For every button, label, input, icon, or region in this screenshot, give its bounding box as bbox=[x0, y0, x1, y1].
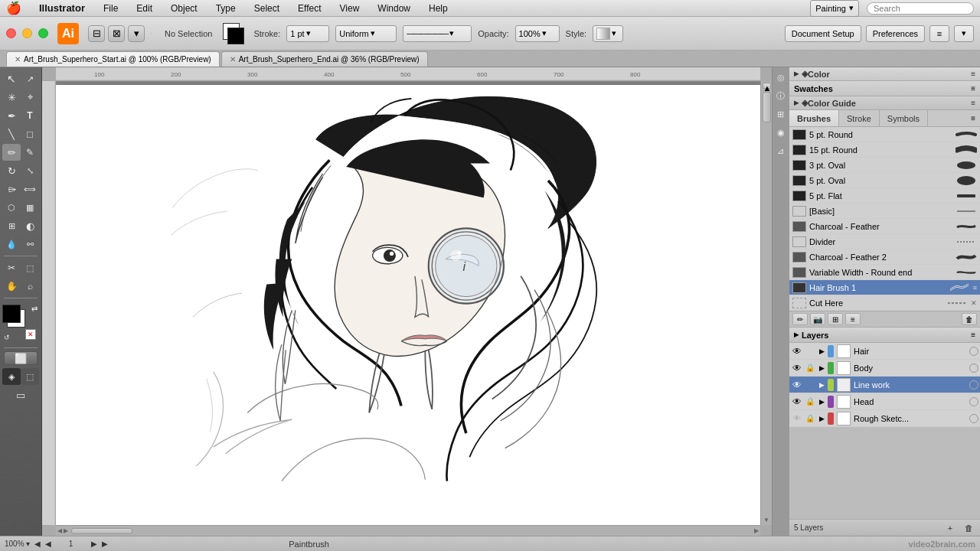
brush-delete-btn[interactable]: 🗑 bbox=[962, 313, 977, 325]
horizontal-scrollbar[interactable]: ◀ ▶ ▶ bbox=[56, 525, 760, 536]
layer-expand-4[interactable]: ▶ bbox=[817, 412, 826, 425]
layer-lock-0[interactable] bbox=[805, 345, 815, 357]
menu-type[interactable]: Type bbox=[212, 2, 240, 15]
layer-expand-2[interactable]: ▶ bbox=[817, 379, 826, 391]
panel-color-btn[interactable]: ◉ bbox=[774, 126, 788, 139]
layer-item-1[interactable]: 👁 🔒 ▶ Body bbox=[789, 360, 980, 377]
view-options-btn[interactable]: ≡ bbox=[929, 25, 949, 42]
apple-menu[interactable]: 🍎 bbox=[6, 1, 21, 15]
eyedrop-tool[interactable]: 💧 bbox=[2, 236, 21, 253]
window-maximize[interactable] bbox=[38, 28, 48, 38]
tab-0[interactable]: ✕ Art_Brush_Superhero_Start.ai @ 100% (R… bbox=[6, 51, 220, 67]
panel-menu-icon[interactable]: ≡ bbox=[971, 70, 975, 78]
delete-layer-btn[interactable]: 🗑 bbox=[962, 522, 975, 534]
opacity-select[interactable]: 100% ▾ bbox=[515, 25, 560, 42]
menu-help[interactable]: Help bbox=[425, 2, 452, 15]
vscroll-handle[interactable] bbox=[763, 92, 771, 122]
add-layer-btn[interactable]: + bbox=[943, 522, 957, 534]
artboard[interactable]: i bbox=[56, 85, 760, 525]
layer-vis-2[interactable]: 👁 bbox=[791, 379, 803, 391]
layer-vis-0[interactable]: 👁 bbox=[791, 345, 803, 357]
brush-item-7[interactable]: Divider bbox=[789, 234, 980, 249]
layer-expand-0[interactable]: ▶ bbox=[817, 345, 826, 357]
brush-grid-btn[interactable]: ⊞ bbox=[828, 313, 843, 325]
select-tool[interactable]: ↖ bbox=[2, 70, 21, 87]
layer-lock-2[interactable] bbox=[805, 379, 815, 391]
symbols-tab[interactable]: Symbols bbox=[880, 110, 928, 126]
layer-circle-2[interactable] bbox=[969, 380, 978, 390]
nav-playback-next[interactable]: ▶ bbox=[91, 540, 97, 548]
panel-info-btn[interactable]: ⓘ bbox=[774, 89, 788, 103]
hscroll-playback[interactable]: ▶ bbox=[64, 527, 68, 534]
layer-vis-3[interactable]: 👁 bbox=[791, 396, 803, 408]
brush-select[interactable]: —————— ▾ bbox=[403, 25, 472, 42]
stroke-type-select[interactable]: Uniform ▾ bbox=[335, 25, 397, 42]
color-section-header[interactable]: ▶ ◈ Color ≡ bbox=[789, 67, 980, 81]
swatches-menu[interactable]: ≡ bbox=[971, 84, 975, 93]
tab-0-close[interactable]: ✕ bbox=[15, 55, 21, 64]
zoom-control[interactable]: 100% ▾ bbox=[5, 540, 30, 548]
width-tool[interactable]: ⟺ bbox=[21, 181, 39, 197]
hand-tool[interactable]: ✋ bbox=[2, 278, 21, 295]
menu-select[interactable]: Select bbox=[250, 2, 283, 15]
brushes-tab[interactable]: Brushes bbox=[789, 110, 839, 126]
brush-item-6[interactable]: Charcoal - Feather bbox=[789, 219, 980, 234]
gradient-mesh-tool[interactable]: ⊞ bbox=[2, 217, 21, 234]
free-dist-tool[interactable]: ⬡ bbox=[2, 199, 21, 216]
color-guide-header[interactable]: ▶ ◈ Color Guide ≡ bbox=[789, 96, 980, 110]
layer-item-0[interactable]: 👁 ▶ Hair bbox=[789, 343, 980, 360]
artboard-num[interactable]: 1 bbox=[56, 540, 87, 548]
app-view-btn[interactable]: ⊟ bbox=[88, 25, 105, 42]
scissors-tool[interactable]: ✂ bbox=[2, 259, 21, 276]
brush-item-1[interactable]: 15 pt. Round bbox=[789, 142, 980, 158]
brush-delete[interactable]: ✕ bbox=[971, 299, 977, 307]
document-setup-btn[interactable]: Document Setup bbox=[785, 25, 861, 42]
blend-tool[interactable]: ⚯ bbox=[21, 236, 39, 253]
brush-item-0[interactable]: 5 pt. Round bbox=[789, 127, 980, 142]
layer-expand-1[interactable]: ▶ bbox=[817, 362, 826, 374]
layer-item-3[interactable]: 👁 🔒 ▶ Head bbox=[789, 393, 980, 410]
brush-item-9[interactable]: Variable Width - Round end bbox=[789, 265, 980, 280]
menu-file[interactable]: File bbox=[100, 2, 122, 15]
preferences-btn[interactable]: Preferences bbox=[866, 25, 925, 42]
stroke-tab[interactable]: Stroke bbox=[839, 110, 880, 126]
nav-prev[interactable]: ◀ bbox=[34, 540, 41, 548]
magic-wand-tool[interactable]: ✳ bbox=[2, 89, 21, 106]
layer-expand-3[interactable]: ▶ bbox=[817, 396, 826, 408]
artboard-tool[interactable]: ⬚ bbox=[21, 259, 39, 276]
menu-view[interactable]: View bbox=[336, 2, 364, 15]
draw-inside-btn[interactable]: ⬚ bbox=[21, 368, 39, 385]
zoom-tool[interactable]: ⌕ bbox=[21, 278, 39, 295]
layer-vis-1[interactable]: 👁 bbox=[791, 362, 803, 374]
layer-lock-3[interactable]: 🔒 bbox=[805, 396, 815, 408]
vertical-scrollbar[interactable]: ▲ ▼ bbox=[760, 81, 772, 525]
search-input[interactable] bbox=[867, 2, 974, 15]
layer-circle-0[interactable] bbox=[969, 347, 978, 356]
tab-1-close[interactable]: ✕ bbox=[230, 55, 236, 64]
menu-object[interactable]: Object bbox=[167, 2, 201, 15]
paintbrush-tool[interactable]: ✏ bbox=[2, 144, 21, 161]
menu-edit[interactable]: Edit bbox=[132, 2, 156, 15]
line-tool[interactable]: ╲ bbox=[2, 126, 21, 142]
reset-colors[interactable]: ↺ bbox=[4, 334, 10, 341]
brush-item-4[interactable]: 5 pt. Flat bbox=[789, 188, 980, 204]
app-more-btn[interactable]: ▾ bbox=[128, 25, 145, 42]
brush-item-10[interactable]: Hair Brush 1 ≡ bbox=[789, 280, 980, 295]
screen-mode-btn[interactable]: ▭ bbox=[4, 388, 38, 402]
menu-effect[interactable]: Effect bbox=[294, 2, 325, 15]
layer-circle-3[interactable] bbox=[969, 397, 978, 406]
layers-header[interactable]: ▶ Layers ≡ bbox=[789, 328, 980, 343]
nav-next[interactable]: ▶ bbox=[102, 540, 108, 548]
menu-window[interactable]: Window bbox=[374, 2, 414, 15]
rect-tool[interactable]: □ bbox=[21, 126, 39, 142]
window-minimize[interactable] bbox=[22, 28, 32, 38]
layer-item-2[interactable]: 👁 ▶ Line work bbox=[789, 377, 980, 393]
gradient-tool[interactable]: ◐ bbox=[21, 217, 39, 234]
foreground-color[interactable] bbox=[2, 305, 21, 323]
fill-swatch[interactable] bbox=[223, 23, 247, 44]
layers-menu[interactable]: ≡ bbox=[971, 331, 975, 339]
layer-lock-4[interactable]: 🔒 bbox=[805, 412, 815, 425]
panel-collapse-btn[interactable]: ◎ bbox=[774, 70, 788, 84]
direct-select-tool[interactable]: ↗ bbox=[21, 70, 39, 87]
swap-colors[interactable]: ⇄ bbox=[31, 305, 38, 313]
